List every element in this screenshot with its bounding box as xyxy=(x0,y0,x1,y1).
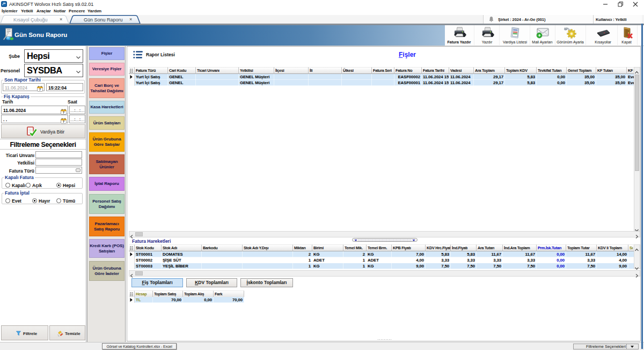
toolbar-button-7[interactable]: Kapat xyxy=(616,25,638,45)
toolbar-button-4[interactable]: Mail Ayarları xyxy=(530,25,555,45)
yetkilisi-input[interactable] xyxy=(35,159,82,166)
close-button[interactable] xyxy=(631,1,640,8)
scroll-right-icon[interactable] xyxy=(634,271,640,276)
toolbar-button-6[interactable]: Kısayollar xyxy=(589,25,618,45)
sum-tab-2[interactable]: KDV Toplamları xyxy=(186,278,237,287)
minimize-button[interactable] xyxy=(601,1,610,8)
son-rapor-time[interactable]: 15:22:04 xyxy=(46,83,83,91)
sum-tab-3[interactable]: İskonto Toplamları xyxy=(240,278,293,287)
scrollbar-thumb[interactable] xyxy=(135,232,143,236)
column-header[interactable]: Yetkilisi xyxy=(239,67,274,74)
column-header[interactable]: Stok Adı xyxy=(162,244,202,251)
nav-button-5[interactable]: Ürün Satışları xyxy=(89,116,125,130)
scroll-left-icon[interactable] xyxy=(129,232,135,237)
table-row[interactable]: TL70,000,0070,00 xyxy=(129,297,244,303)
scroll-down-icon[interactable] xyxy=(634,225,640,230)
scrollbar-thumb[interactable] xyxy=(635,75,639,171)
grid1-vscrollbar[interactable] xyxy=(634,67,640,231)
fis-kapanis-time-1[interactable]: __:__:__ xyxy=(69,106,85,114)
column-header[interactable]: Cari Kodu xyxy=(168,67,196,74)
column-header[interactable]: Toplam KDV xyxy=(505,67,537,74)
toolbar-button-5[interactable]: Görünüm Ayarla xyxy=(555,25,586,45)
toolbar-button-2[interactable]: Yazdır xyxy=(475,25,500,45)
column-header[interactable]: KDV li Toplam xyxy=(597,244,628,251)
personel-select[interactable]: SYSDBA xyxy=(24,64,83,77)
menu-item-4[interactable]: Notlar xyxy=(54,9,66,13)
fis-kapanis-date-1[interactable]: 11.06.2024 7 xyxy=(1,106,68,114)
son-rapor-date[interactable]: 11.06.2024 7 xyxy=(3,83,45,91)
fis-kapanis-date-2[interactable]: . . 7 xyxy=(1,115,68,123)
ticari-unvani-input[interactable] xyxy=(35,151,82,158)
column-header[interactable]: Miktarı xyxy=(293,244,312,251)
column-header[interactable]: İlçesi xyxy=(274,67,309,74)
nav-button-2[interactable]: Veresiye Fişler xyxy=(89,63,125,76)
fatura-turu-input[interactable] xyxy=(35,167,82,174)
column-header[interactable]: Tevkifat Tutarı xyxy=(537,67,567,74)
radio-option[interactable] xyxy=(32,198,37,203)
nav-button-9[interactable]: Personel Satış Dağılımı xyxy=(89,194,125,214)
calendar-icon[interactable]: 7 xyxy=(37,84,43,90)
filter-options-button[interactable]: Filtreleme Seçenekleri xyxy=(573,344,639,349)
nav-button-12[interactable]: Ürün Grubuna Göre İadeler xyxy=(89,261,125,281)
bottom-splitter-handle[interactable] xyxy=(377,339,392,340)
filtrele-button[interactable]: Filtrele xyxy=(1,325,48,340)
column-header[interactable]: Stok Adı Y.Dışı xyxy=(243,244,293,251)
toolbar-button-1[interactable]: Fatura Yazdır xyxy=(444,25,474,45)
nav-button-7[interactable]: Satılmayan Ürünler xyxy=(89,154,125,174)
menu-item-2[interactable]: Yetkili xyxy=(21,9,33,13)
column-header[interactable]: İli xyxy=(309,67,342,74)
sum-tab-1[interactable]: Fiş Toplamları xyxy=(131,278,183,287)
scroll-up-icon[interactable] xyxy=(634,68,640,73)
table-row[interactable]: ST00001DOMATES2KG2KG7,005,835,8311,6711,… xyxy=(129,251,634,257)
grid1-hscrollbar[interactable] xyxy=(129,231,640,237)
lookup-button[interactable] xyxy=(76,168,80,172)
column-header[interactable]: Prm.İsk.Tutarı xyxy=(537,244,566,251)
grid2-vscrollbar[interactable] xyxy=(634,244,640,269)
column-header[interactable]: Temel Mik. xyxy=(343,244,367,251)
temizle-button[interactable]: Temizle xyxy=(49,325,85,340)
column-header[interactable]: KPB Fiyatı xyxy=(392,244,426,251)
column-header[interactable]: KDV Hrc.Fiyat xyxy=(426,244,451,251)
nav-button-10[interactable]: Pazarlamacı Satış Raporu xyxy=(89,217,125,236)
splitter-slider[interactable] xyxy=(352,238,418,242)
column-header[interactable]: Ülkesi xyxy=(342,67,372,74)
column-header[interactable]: Fatura Seri xyxy=(372,67,394,74)
nav-button-4[interactable]: Kasa Hareketleri xyxy=(89,101,125,114)
table-row[interactable]: ST00002ŞİŞE SÜT1ADET1ADET4,003,333,333,3… xyxy=(129,257,634,263)
column-header[interactable]: Barkodu xyxy=(202,244,243,251)
column-header[interactable]: İnd.Fiyatı xyxy=(451,244,477,251)
tab-label[interactable]: Gün Sonu Raporu xyxy=(84,17,123,23)
column-header[interactable]: Birimi xyxy=(312,244,343,251)
column-header[interactable]: Toplam Tutar xyxy=(566,244,597,251)
column-header[interactable]: Ticari Unvanı xyxy=(196,67,239,74)
nav-button-3[interactable]: Cari Borç ve Tahsilat Dağılımı xyxy=(89,78,125,98)
column-header[interactable]: Vadesi xyxy=(449,67,474,74)
column-header[interactable]: Genel Toplam xyxy=(567,67,596,74)
menu-item-5[interactable]: Pencere xyxy=(69,9,85,13)
table-row[interactable]: ST00003YEŞİL BİBER1KG1KG9,007,507,507,50… xyxy=(129,263,634,269)
column-header[interactable]: İnd.Ara Toplam xyxy=(503,244,537,251)
column-header[interactable]: Fatura No xyxy=(394,67,422,74)
column-header[interactable]: Fatura Tarihi xyxy=(422,67,449,74)
column-header[interactable]: Ara Tutarı xyxy=(477,244,503,251)
menu-item-3[interactable]: Araçlar xyxy=(36,9,51,13)
nav-button-8[interactable]: İptal Raporu xyxy=(89,177,125,191)
vardiya-bitir-button[interactable]: Vardiya Bitir xyxy=(1,124,85,138)
column-header[interactable] xyxy=(129,67,135,74)
column-header[interactable]: Temel Brm. xyxy=(367,244,392,251)
table-row[interactable]: Yurt İçi SatışGENELGENEL MüşteriEASF0000… xyxy=(129,80,634,86)
column-header[interactable]: Ara Toplam xyxy=(474,67,505,74)
restore-button[interactable] xyxy=(616,1,625,8)
radio-option[interactable] xyxy=(56,198,61,203)
scroll-up-icon[interactable] xyxy=(634,245,640,250)
menu-item-1[interactable]: İşlemler xyxy=(2,9,17,13)
column-header[interactable]: KF D xyxy=(627,67,634,74)
column-header[interactable] xyxy=(129,244,135,251)
radio-option[interactable] xyxy=(5,183,10,188)
nav-button-1[interactable]: Fişler xyxy=(89,47,125,60)
scrollbar-thumb[interactable] xyxy=(135,271,143,275)
column-header[interactable]: Fatura Türü xyxy=(135,67,168,74)
scroll-left-icon[interactable] xyxy=(129,271,135,276)
sube-select[interactable]: Hepsi xyxy=(24,49,83,63)
tab-label[interactable]: Kısayol Çubuğu xyxy=(13,17,48,23)
